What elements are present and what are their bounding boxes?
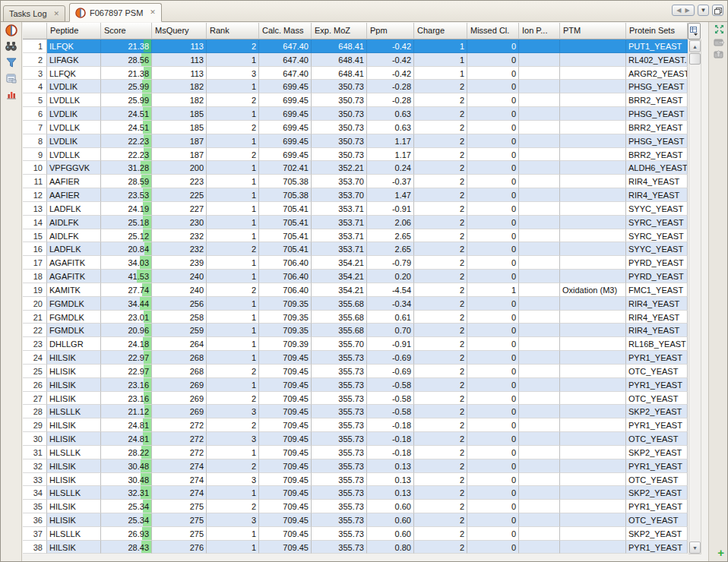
vertical-scrollbar[interactable]: ▲ ▼ [688, 39, 701, 554]
cell-rank: 1 [207, 175, 259, 188]
scrollbar-thumb[interactable] [689, 53, 701, 65]
cell-ionp [519, 365, 560, 378]
cell-calcmass: 709.45 [259, 446, 312, 459]
table-row[interactable]: 7LVDLLK24.511852699.45350.730.6320BRR2_Y… [23, 121, 688, 134]
table-row[interactable]: 5LVDLLK25.991822699.45350.73-0.2820BRR2_… [23, 93, 688, 107]
table-row[interactable]: 24HILSIK22.972681709.45355.73-0.6920PYR1… [23, 351, 688, 365]
table-row[interactable]: 27HLISIK23.162692709.45355.73-0.5820OTC_… [23, 392, 688, 406]
column-header-expmoz[interactable]: Exp. MoZ [312, 23, 367, 39]
column-header-missed[interactable]: Missed Cl. [467, 23, 519, 39]
close-icon[interactable]: ✕ [54, 11, 60, 17]
table-row[interactable]: 23DHLLGR24.182641709.39355.70-0.9120RL16… [23, 337, 688, 351]
cell-peptide: FGMDLK [47, 311, 101, 324]
filter-icon[interactable] [4, 56, 19, 68]
arrow-right-icon[interactable]: ▶ [685, 7, 690, 14]
cell-calcmass: 709.45 [259, 351, 312, 365]
close-icon[interactable]: ✕ [150, 9, 156, 16]
table-row[interactable]: 15AIDLFK25.122321705.41353.712.6520SYRC_… [23, 229, 688, 243]
table-row[interactable]: 30HLISIK24.812723709.45355.73-0.1820OTC_… [23, 432, 688, 446]
column-header-calcmass[interactable]: Calc. Mass [259, 23, 312, 39]
cell-missed: 0 [467, 107, 519, 121]
table-row[interactable]: 13LADFLK24.192271705.41353.71-0.9120SYYC… [23, 202, 688, 216]
export-report-icon[interactable] [4, 72, 19, 84]
expand-icon[interactable] [713, 24, 725, 34]
cell-missed: 0 [467, 93, 519, 107]
table-row[interactable]: 1ILFQK21.381132647.40648.41-0.4210PUT1_Y… [23, 39, 688, 53]
cell-missed: 0 [467, 513, 519, 527]
table-row[interactable]: 14AIDLFK25.182301705.41353.712.0620SYRC_… [23, 216, 688, 229]
cell-missed: 0 [467, 256, 519, 270]
table-row[interactable]: 29HILSIK24.812722709.45355.73-0.1820PYR1… [23, 418, 688, 432]
column-header-ionp[interactable]: Ion P... [519, 23, 560, 39]
cell-num: 36 [23, 513, 47, 527]
table-row[interactable]: 2LIFAGK28.561131647.40648.41-0.4210RL402… [23, 53, 688, 67]
open-window-icon[interactable] [713, 49, 725, 59]
table-row[interactable]: 3LLFQK21.381133647.40648.41-0.4210ARGR2_… [23, 67, 688, 81]
cell-ionp [519, 527, 560, 541]
cell-score: 24.19 [101, 202, 152, 216]
column-header-peptide[interactable]: Peptide [47, 23, 101, 39]
table-row[interactable]: 21FGMDLK23.012581709.35355.680.6120RIR4_… [23, 311, 688, 324]
table-row[interactable]: 26HILSIK23.162691709.45355.73-0.5820PYR1… [23, 378, 688, 392]
cell-rank: 1 [207, 53, 259, 67]
search-icon[interactable] [4, 40, 19, 52]
column-header-charge[interactable]: Charge [414, 23, 467, 39]
table-row[interactable]: 32HILSIK30.482742709.45355.730.1320PYR1_… [23, 459, 688, 473]
column-header-num[interactable] [23, 23, 47, 39]
table-row[interactable]: 10VPFGGVK31.282001702.41352.210.2420ALDH… [23, 161, 688, 175]
cell-num: 18 [23, 270, 47, 283]
add-icon[interactable]: + [717, 547, 724, 558]
table-row[interactable]: 19KAMITK27.742402706.40354.21-4.5421Oxid… [23, 283, 688, 297]
table-row[interactable]: 28HLSLLK21.122693709.45355.73-0.5820SKP2… [23, 405, 688, 418]
table-row[interactable]: 35HILSIK25.342752709.45355.730.6020PYR1_… [23, 500, 688, 513]
table-row[interactable]: 38HILSIK28.432761709.45355.730.8020PYR1_… [23, 541, 688, 554]
cell-expmoz: 355.73 [312, 378, 367, 392]
table-row[interactable]: 25HLISIK22.972682709.45355.73-0.6920OTC_… [23, 365, 688, 378]
table-row[interactable]: 8LVDLIK22.231871699.45350.731.1720PHSG_Y… [23, 134, 688, 148]
cell-protein: SKP2_YEAST [626, 446, 688, 459]
table-row[interactable]: 31HLSLLK28.222721709.45355.73-0.1820SKP2… [23, 446, 688, 459]
column-header-score[interactable]: Score [101, 23, 152, 39]
detach-icon[interactable] [713, 36, 725, 47]
table-row[interactable]: 37HLSLLK26.932751709.45355.730.6020SKP2_… [23, 527, 688, 541]
table-row[interactable]: 9LVDLLK22.231872699.45350.731.1720BRR2_Y… [23, 148, 688, 162]
cell-rank: 1 [207, 337, 259, 351]
cell-ionp [519, 418, 560, 432]
tab-tasks-log[interactable]: Tasks Log ✕ [3, 5, 65, 22]
column-header-ptm[interactable]: PTM [560, 23, 626, 39]
table-row[interactable]: 22FGMDLK20.962591709.35355.680.7020RIR4_… [23, 324, 688, 337]
table-row[interactable]: 6LVDLIK24.511851699.45350.730.6320PHSG_Y… [23, 107, 688, 121]
table-row[interactable]: 4LVDLIK25.991821699.45350.73-0.2820PHSG_… [23, 80, 688, 93]
scroll-up-button[interactable]: ▲ [689, 40, 701, 52]
scroll-down-button[interactable]: ▼ [689, 541, 701, 554]
table-row[interactable]: 36HLISIK25.342753709.45355.730.6020OTC_Y… [23, 513, 688, 527]
table-row[interactable]: 17AGAFITK34.032391706.40354.21-0.7920PYR… [23, 256, 688, 270]
cell-ptm [560, 324, 626, 337]
column-selector-button[interactable] [688, 23, 701, 39]
cell-num: 16 [23, 242, 47, 256]
table-row[interactable]: 18AGAFITK41.532401706.40354.210.2020PYRD… [23, 270, 688, 283]
cell-missed: 0 [467, 297, 519, 311]
tab-psm[interactable]: F067897 PSM ✕ [69, 3, 162, 22]
table-row[interactable]: 20FGMDLK34.442561709.35355.68-0.3420RIR4… [23, 297, 688, 311]
cell-ionp [519, 270, 560, 283]
tab-list-dropdown-button[interactable]: ▼ [698, 5, 709, 16]
navigation-arrows[interactable]: ◀ ▶ [672, 5, 695, 16]
chart-icon[interactable] [4, 88, 19, 100]
table-row[interactable]: 11AAFIER28.592231705.38353.70-0.3720RIR4… [23, 175, 688, 188]
table-row[interactable]: 12AAFIER23.532251705.38353.701.4720RIR4_… [23, 188, 688, 202]
cell-msquery: 113 [152, 53, 207, 67]
column-header-rank[interactable]: Rank [207, 23, 259, 39]
arrow-left-icon[interactable]: ◀ [676, 7, 681, 14]
column-header-msquery[interactable]: MsQuery [152, 23, 207, 39]
table-row[interactable]: 34HLSLLK32.312741709.45355.730.1320SKP2_… [23, 486, 688, 500]
float-window-button[interactable] [712, 5, 723, 16]
cell-calcmass: 709.35 [259, 311, 312, 324]
column-header-ppm[interactable]: Ppm [367, 23, 414, 39]
table-row[interactable]: 16LADFLK20.842322705.41353.712.6520SYYC_… [23, 242, 688, 256]
column-header-protein[interactable]: Protein Sets [626, 23, 688, 39]
cell-calcmass: 709.45 [259, 432, 312, 446]
table-row[interactable]: 33HLISIK30.482743709.45355.730.1320OTC_Y… [23, 473, 688, 487]
cell-ppm: -0.42 [367, 67, 414, 81]
decoy-pie-icon[interactable] [4, 24, 19, 36]
